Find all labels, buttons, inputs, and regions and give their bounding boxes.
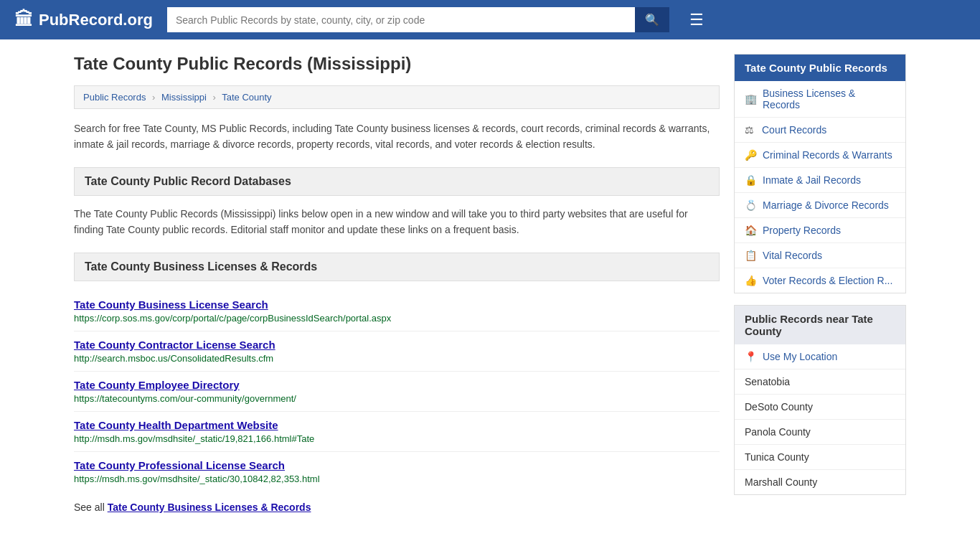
menu-button[interactable]: ☰ — [684, 8, 710, 32]
record-title-3[interactable]: Tate County Health Department Website — [74, 419, 720, 431]
record-title-2[interactable]: Tate County Employee Directory — [74, 379, 720, 391]
sidebar-item-criminal: 🔑 Criminal Records & Warrants — [735, 143, 905, 168]
sidebar-item-marriage: 💍 Marriage & Divorce Records — [735, 193, 905, 218]
sidebar-item-court: ⚖ Court Records — [735, 118, 905, 143]
sidebar-link-tunica[interactable]: Tunica County — [735, 445, 905, 469]
breadcrumb-mississippi[interactable]: Mississippi — [161, 92, 207, 103]
record-url-1: http://search.msboc.us/ConsolidatedResul… — [74, 353, 720, 364]
sidebar-link-vital[interactable]: 📋 Vital Records — [735, 243, 905, 268]
sidebar-nearby-desoto: DeSoto County — [735, 395, 905, 420]
sidebar-label-marshall: Marshall County — [745, 476, 817, 488]
record-url-0: https://corp.sos.ms.gov/corp/portal/c/pa… — [74, 313, 720, 324]
logo-text: PubRecord.org — [39, 11, 153, 29]
hamburger-icon: ☰ — [689, 11, 704, 29]
sidebar-link-marshall[interactable]: Marshall County — [735, 470, 905, 494]
sidebar-item-business: 🏢 Business Licenses & Records — [735, 81, 905, 118]
sidebar-nearby-box: Public Records near Tate County 📍 Use My… — [734, 305, 906, 495]
business-header: Tate County Business Licenses & Records — [74, 253, 720, 281]
lock-icon: 🔒 — [745, 174, 757, 186]
sidebar-label-marriage: Marriage & Divorce Records — [763, 199, 889, 211]
sidebar-link-business[interactable]: 🏢 Business Licenses & Records — [735, 81, 905, 117]
sidebar-nearby-list: 📍 Use My Location Senatobia DeSoto Count… — [735, 344, 905, 494]
sidebar-label-property: Property Records — [763, 225, 841, 236]
site-logo[interactable]: 🏛 PubRecord.org — [14, 9, 153, 31]
intro-text: Search for free Tate County, MS Public R… — [74, 121, 720, 153]
record-item: Tate County Business License Search http… — [74, 291, 720, 331]
sidebar-label-panola: Panola County — [745, 426, 811, 438]
record-title-1[interactable]: Tate County Contractor License Search — [74, 339, 720, 351]
sidebar-use-location: 📍 Use My Location — [735, 344, 905, 369]
sidebar-nearby-senatobia: Senatobia — [735, 369, 905, 395]
databases-header: Tate County Public Record Databases — [74, 167, 720, 196]
scales-icon: ⚖ — [745, 124, 756, 136]
sidebar-label-court: Court Records — [762, 124, 826, 136]
sidebar-link-senatobia[interactable]: Senatobia — [735, 369, 905, 394]
breadcrumb-public-records[interactable]: Public Records — [83, 92, 146, 103]
sidebar-label-inmate: Inmate & Jail Records — [763, 174, 861, 186]
record-item: Tate County Professional License Search … — [74, 452, 720, 491]
sidebar-item-voter: 👍 Voter Records & Election R... — [735, 268, 905, 293]
sidebar-label-senatobia: Senatobia — [745, 376, 790, 387]
search-icon: 🔍 — [645, 14, 659, 26]
sidebar-item-vital: 📋 Vital Records — [735, 243, 905, 268]
sidebar-item-property: 🏠 Property Records — [735, 218, 905, 243]
sidebar-link-court[interactable]: ⚖ Court Records — [735, 118, 905, 142]
sidebar-nav-list: 🏢 Business Licenses & Records ⚖ Court Re… — [735, 81, 905, 293]
record-url-3: http://msdh.ms.gov/msdhsite/_static/19,8… — [74, 433, 720, 444]
see-all-link[interactable]: Tate County Business Licenses & Records — [108, 501, 311, 513]
sidebar-link-desoto[interactable]: DeSoto County — [735, 395, 905, 419]
sidebar: Tate County Public Records 🏢 Business Li… — [734, 54, 906, 513]
search-area: 🔍 — [167, 7, 669, 32]
record-url-4: https://msdh.ms.gov/msdhsite/_static/30,… — [74, 474, 720, 484]
sidebar-nearby-panola: Panola County — [735, 420, 905, 445]
sidebar-link-marriage[interactable]: 💍 Marriage & Divorce Records — [735, 193, 905, 217]
sidebar-label-vital: Vital Records — [763, 250, 822, 261]
databases-desc: The Tate County Public Records (Mississi… — [74, 206, 720, 238]
sidebar-item-inmate: 🔒 Inmate & Jail Records — [735, 168, 905, 193]
sidebar-label-tunica: Tunica County — [745, 451, 809, 463]
ring-icon: 💍 — [745, 199, 757, 211]
main-content: Tate County Public Records (Mississippi)… — [74, 54, 720, 513]
search-button[interactable]: 🔍 — [635, 7, 669, 32]
sidebar-nearby-title: Public Records near Tate County — [735, 306, 905, 344]
sidebar-label-location: Use My Location — [763, 351, 837, 362]
sidebar-link-criminal[interactable]: 🔑 Criminal Records & Warrants — [735, 143, 905, 167]
sidebar-label-criminal: Criminal Records & Warrants — [763, 149, 892, 161]
thumbsup-icon: 👍 — [745, 275, 757, 286]
sidebar-label-desoto: DeSoto County — [745, 401, 813, 413]
record-item: Tate County Contractor License Search ht… — [74, 331, 720, 372]
sidebar-link-inmate[interactable]: 🔒 Inmate & Jail Records — [735, 168, 905, 192]
house-icon: 🏠 — [745, 225, 757, 236]
breadcrumb: Public Records › Mississippi › Tate Coun… — [74, 85, 720, 109]
clipboard-icon: 📋 — [745, 250, 757, 261]
record-title-4[interactable]: Tate County Professional License Search — [74, 459, 720, 471]
sidebar-link-location[interactable]: 📍 Use My Location — [735, 344, 905, 369]
key-icon: 🔑 — [745, 149, 757, 161]
record-item: Tate County Health Department Website ht… — [74, 412, 720, 452]
records-list: Tate County Business License Search http… — [74, 291, 720, 491]
sidebar-nearby-tunica: Tunica County — [735, 445, 905, 470]
sidebar-nearby-marshall: Marshall County — [735, 470, 905, 494]
sidebar-link-voter[interactable]: 👍 Voter Records & Election R... — [735, 268, 905, 293]
sidebar-link-panola[interactable]: Panola County — [735, 420, 905, 444]
location-icon: 📍 — [745, 351, 757, 362]
record-title-0[interactable]: Tate County Business License Search — [74, 298, 720, 311]
sidebar-public-records-box: Tate County Public Records 🏢 Business Li… — [734, 54, 906, 293]
see-all-label: See all — [74, 501, 105, 513]
page-title: Tate County Public Records (Mississippi) — [74, 54, 720, 74]
site-header: 🏛 PubRecord.org 🔍 ☰ — [0, 0, 980, 39]
search-input[interactable] — [167, 7, 635, 32]
sidebar-public-records-title: Tate County Public Records — [735, 55, 905, 81]
sidebar-label-business: Business Licenses & Records — [763, 88, 895, 110]
content-wrapper: Tate County Public Records (Mississippi)… — [60, 39, 920, 527]
see-all: See all Tate County Business Licenses & … — [74, 501, 720, 513]
record-item: Tate County Employee Directory https://t… — [74, 372, 720, 412]
breadcrumb-tate-county[interactable]: Tate County — [222, 92, 271, 103]
logo-icon: 🏛 — [14, 9, 33, 31]
sidebar-link-property[interactable]: 🏠 Property Records — [735, 218, 905, 242]
briefcase-icon: 🏢 — [745, 93, 757, 105]
record-url-2: https://tatecountyms.com/our-community/g… — [74, 393, 720, 404]
sidebar-label-voter: Voter Records & Election R... — [763, 275, 892, 286]
